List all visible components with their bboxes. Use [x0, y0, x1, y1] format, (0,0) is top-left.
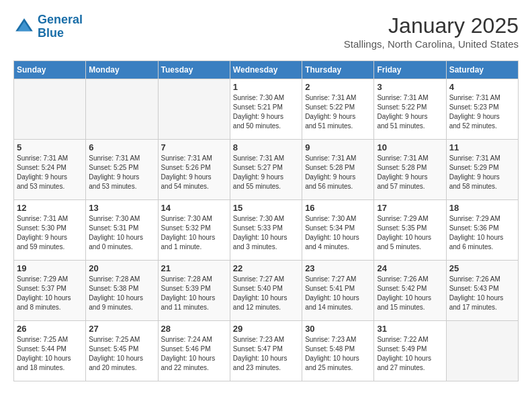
page-header: General Blue January 2025 Stallings, Nor… [13, 13, 519, 50]
day-number: 26 [17, 324, 83, 334]
day-info: Sunrise: 7:24 AM Sunset: 5:46 PM Dayligh… [161, 335, 227, 373]
day-info: Sunrise: 7:29 AM Sunset: 5:36 PM Dayligh… [449, 214, 515, 252]
day-number: 15 [233, 203, 299, 213]
col-header-wednesday: Wednesday [230, 61, 302, 79]
col-header-tuesday: Tuesday [158, 61, 230, 79]
day-info: Sunrise: 7:28 AM Sunset: 5:39 PM Dayligh… [161, 275, 227, 312]
day-number: 12 [17, 203, 83, 213]
day-number: 2 [305, 82, 371, 92]
day-number: 24 [377, 263, 443, 273]
day-number: 18 [449, 203, 515, 213]
day-number: 23 [305, 263, 371, 273]
calendar-cell: 16Sunrise: 7:30 AM Sunset: 5:34 PM Dayli… [302, 200, 374, 261]
col-header-thursday: Thursday [302, 61, 374, 79]
calendar-cell [86, 79, 158, 140]
calendar-cell: 13Sunrise: 7:30 AM Sunset: 5:31 PM Dayli… [86, 200, 158, 261]
week-row-1: 1Sunrise: 7:30 AM Sunset: 5:21 PM Daylig… [14, 79, 519, 140]
day-info: Sunrise: 7:31 AM Sunset: 5:22 PM Dayligh… [377, 93, 443, 131]
day-info: Sunrise: 7:25 AM Sunset: 5:45 PM Dayligh… [89, 335, 154, 373]
day-info: Sunrise: 7:31 AM Sunset: 5:30 PM Dayligh… [17, 214, 83, 252]
day-info: Sunrise: 7:29 AM Sunset: 5:37 PM Dayligh… [17, 275, 83, 312]
calendar-table: SundayMondayTuesdayWednesdayThursdayFrid… [13, 60, 519, 381]
calendar-cell: 1Sunrise: 7:30 AM Sunset: 5:21 PM Daylig… [230, 79, 302, 140]
day-number: 9 [305, 142, 371, 152]
day-number: 17 [377, 203, 443, 213]
calendar-cell: 4Sunrise: 7:31 AM Sunset: 5:23 PM Daylig… [446, 79, 518, 140]
day-number: 8 [233, 142, 299, 152]
calendar-cell: 19Sunrise: 7:29 AM Sunset: 5:37 PM Dayli… [14, 261, 86, 321]
day-number: 27 [89, 324, 154, 334]
day-info: Sunrise: 7:25 AM Sunset: 5:44 PM Dayligh… [17, 335, 83, 373]
week-row-5: 26Sunrise: 7:25 AM Sunset: 5:44 PM Dayli… [14, 321, 519, 381]
day-info: Sunrise: 7:30 AM Sunset: 5:31 PM Dayligh… [89, 214, 154, 252]
calendar-cell: 14Sunrise: 7:30 AM Sunset: 5:32 PM Dayli… [158, 200, 230, 261]
day-number: 3 [377, 82, 443, 92]
calendar-cell: 31Sunrise: 7:22 AM Sunset: 5:49 PM Dayli… [374, 321, 446, 381]
month-title: January 2025 [344, 13, 519, 38]
calendar-cell: 20Sunrise: 7:28 AM Sunset: 5:38 PM Dayli… [86, 261, 158, 321]
day-number: 25 [449, 263, 515, 273]
calendar-cell: 7Sunrise: 7:31 AM Sunset: 5:26 PM Daylig… [158, 140, 230, 200]
day-number: 6 [89, 142, 154, 152]
calendar-cell: 27Sunrise: 7:25 AM Sunset: 5:45 PM Dayli… [86, 321, 158, 381]
calendar-cell: 21Sunrise: 7:28 AM Sunset: 5:39 PM Dayli… [158, 261, 230, 321]
calendar-cell [446, 321, 518, 381]
week-row-4: 19Sunrise: 7:29 AM Sunset: 5:37 PM Dayli… [14, 261, 519, 321]
day-number: 14 [161, 203, 227, 213]
calendar-cell: 30Sunrise: 7:23 AM Sunset: 5:48 PM Dayli… [302, 321, 374, 381]
col-header-monday: Monday [86, 61, 158, 79]
calendar-cell: 9Sunrise: 7:31 AM Sunset: 5:28 PM Daylig… [302, 140, 374, 200]
day-info: Sunrise: 7:31 AM Sunset: 5:26 PM Dayligh… [161, 154, 227, 191]
calendar-cell [158, 79, 230, 140]
calendar-cell: 24Sunrise: 7:26 AM Sunset: 5:42 PM Dayli… [374, 261, 446, 321]
day-number: 22 [233, 263, 299, 273]
day-number: 28 [161, 324, 227, 334]
day-number: 4 [449, 82, 515, 92]
day-number: 13 [89, 203, 154, 213]
calendar-cell: 29Sunrise: 7:23 AM Sunset: 5:47 PM Dayli… [230, 321, 302, 381]
day-info: Sunrise: 7:30 AM Sunset: 5:21 PM Dayligh… [233, 93, 299, 131]
day-info: Sunrise: 7:28 AM Sunset: 5:38 PM Dayligh… [89, 275, 154, 312]
logo-text: General Blue [38, 13, 83, 40]
day-info: Sunrise: 7:26 AM Sunset: 5:43 PM Dayligh… [449, 275, 515, 312]
day-info: Sunrise: 7:31 AM Sunset: 5:29 PM Dayligh… [449, 154, 515, 191]
day-number: 10 [377, 142, 443, 152]
day-number: 5 [17, 142, 83, 152]
day-info: Sunrise: 7:30 AM Sunset: 5:34 PM Dayligh… [305, 214, 371, 252]
day-info: Sunrise: 7:27 AM Sunset: 5:40 PM Dayligh… [233, 275, 299, 312]
calendar-cell: 26Sunrise: 7:25 AM Sunset: 5:44 PM Dayli… [14, 321, 86, 381]
day-number: 11 [449, 142, 515, 152]
calendar-cell: 28Sunrise: 7:24 AM Sunset: 5:46 PM Dayli… [158, 321, 230, 381]
col-header-saturday: Saturday [446, 61, 518, 79]
day-info: Sunrise: 7:22 AM Sunset: 5:49 PM Dayligh… [377, 335, 443, 373]
calendar-cell: 5Sunrise: 7:31 AM Sunset: 5:24 PM Daylig… [14, 140, 86, 200]
calendar-cell: 10Sunrise: 7:31 AM Sunset: 5:28 PM Dayli… [374, 140, 446, 200]
day-info: Sunrise: 7:27 AM Sunset: 5:41 PM Dayligh… [305, 275, 371, 312]
day-info: Sunrise: 7:31 AM Sunset: 5:28 PM Dayligh… [305, 154, 371, 191]
day-number: 30 [305, 324, 371, 334]
col-header-friday: Friday [374, 61, 446, 79]
calendar-cell: 6Sunrise: 7:31 AM Sunset: 5:25 PM Daylig… [86, 140, 158, 200]
day-number: 31 [377, 324, 443, 334]
calendar-cell: 8Sunrise: 7:31 AM Sunset: 5:27 PM Daylig… [230, 140, 302, 200]
day-number: 29 [233, 324, 299, 334]
day-info: Sunrise: 7:30 AM Sunset: 5:32 PM Dayligh… [161, 214, 227, 252]
day-info: Sunrise: 7:31 AM Sunset: 5:23 PM Dayligh… [449, 93, 515, 131]
day-number: 19 [17, 263, 83, 273]
day-info: Sunrise: 7:31 AM Sunset: 5:22 PM Dayligh… [305, 93, 371, 131]
calendar-cell: 15Sunrise: 7:30 AM Sunset: 5:33 PM Dayli… [230, 200, 302, 261]
calendar-cell: 11Sunrise: 7:31 AM Sunset: 5:29 PM Dayli… [446, 140, 518, 200]
day-number: 7 [161, 142, 227, 152]
location: Stallings, North Carolina, United States [344, 38, 519, 50]
day-info: Sunrise: 7:23 AM Sunset: 5:47 PM Dayligh… [233, 335, 299, 373]
day-info: Sunrise: 7:29 AM Sunset: 5:35 PM Dayligh… [377, 214, 443, 252]
calendar-cell: 2Sunrise: 7:31 AM Sunset: 5:22 PM Daylig… [302, 79, 374, 140]
col-header-sunday: Sunday [14, 61, 86, 79]
day-number: 16 [305, 203, 371, 213]
day-info: Sunrise: 7:31 AM Sunset: 5:27 PM Dayligh… [233, 154, 299, 191]
calendar-cell: 22Sunrise: 7:27 AM Sunset: 5:40 PM Dayli… [230, 261, 302, 321]
day-info: Sunrise: 7:31 AM Sunset: 5:28 PM Dayligh… [377, 154, 443, 191]
day-number: 20 [89, 263, 154, 273]
calendar-cell: 3Sunrise: 7:31 AM Sunset: 5:22 PM Daylig… [374, 79, 446, 140]
day-info: Sunrise: 7:26 AM Sunset: 5:42 PM Dayligh… [377, 275, 443, 312]
